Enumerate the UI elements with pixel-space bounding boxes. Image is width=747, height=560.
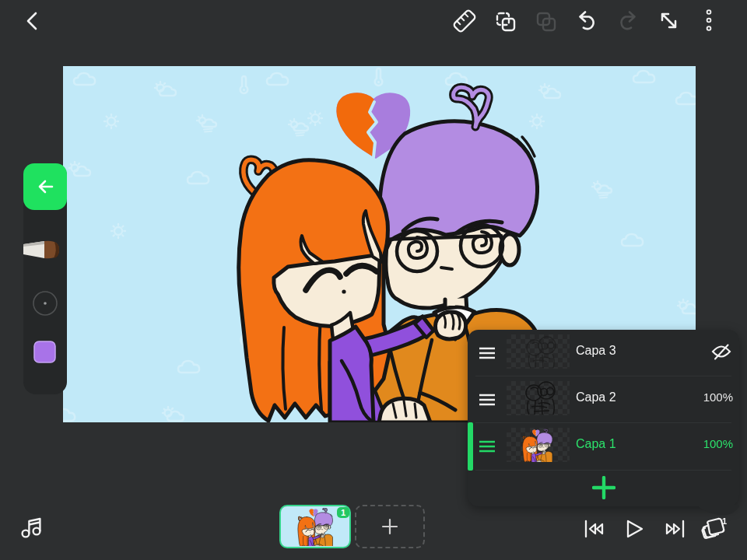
svg-text:1: 1 (722, 516, 727, 526)
